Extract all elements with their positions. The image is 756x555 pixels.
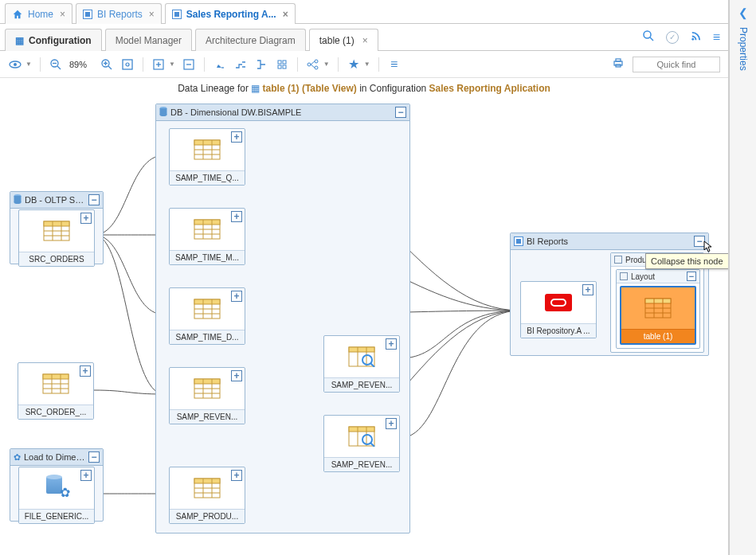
diagram-toolbar: ▼ 89% ▼ [0,51,728,78]
node-samp-reven-view1[interactable]: + SAMP_REVEN... [323,335,400,393]
sub-tab-row: ▦ Configuration Model Manager Architectu… [0,24,728,51]
tooltip: Collapse this node [645,253,728,269]
collapse-button[interactable]: − [694,236,705,247]
zoom-level: 89% [69,60,93,69]
gear-icon: ✿ [14,452,21,463]
properties-panel[interactable]: ❮ Properties [729,0,756,555]
expand-button[interactable]: + [231,211,242,222]
node-label: SAMP_REVEN... [324,377,399,392]
node-bi-repository[interactable]: + BI Repository.A ... [520,281,597,338]
etl-icon: ✿ [43,476,70,500]
layout-icon[interactable] [306,57,320,72]
expand-button[interactable]: + [231,470,242,481]
subtab-label: Configuration [29,35,92,46]
collapse-button[interactable]: − [395,107,406,118]
svg-point-13 [126,63,129,66]
svg-point-0 [644,31,651,38]
dropdown-icon[interactable]: ▼ [25,61,32,68]
subtab-architecture[interactable]: Architecture Diagram [195,29,306,51]
expand-all-icon[interactable] [275,57,289,72]
node-samp-produ[interactable]: + SAMP_PRODU... [169,467,245,524]
dropdown-icon[interactable]: ▼ [169,61,175,68]
add-icon[interactable] [151,57,166,72]
svg-line-1 [650,37,653,41]
group-title: DB - Dimensional DW.BISAMPLE [170,107,392,117]
svg-rect-87 [349,427,374,432]
lineage-config-link[interactable]: Sales Reporting Aplication [429,83,550,94]
dropdown-icon[interactable]: ▼ [364,61,370,68]
table-icon [194,139,221,160]
svg-point-24 [307,63,311,66]
svg-line-28 [311,64,315,68]
lineage-icon[interactable] [233,57,248,72]
svg-rect-20 [278,61,281,64]
expand-button[interactable]: + [386,338,397,350]
expand-button[interactable]: + [582,284,593,295]
node-src-orders[interactable]: + SRC_ORDERS [18,209,95,267]
table-icon [194,478,221,498]
oracle-icon [545,294,572,311]
node-label: FILE_GENERIC... [19,509,94,523]
highlight-icon[interactable] [213,57,227,72]
close-icon[interactable]: × [60,9,65,20]
node-src-order[interactable]: + SRC_ORDER_... [18,362,94,420]
remove-icon[interactable] [182,57,196,72]
zoom-out-icon[interactable] [49,57,63,72]
group-title: Load to Dimen... [24,452,85,462]
group-dimensional: DB - Dimensional DW.BISAMPLE − + SAMP_TI… [155,104,410,534]
tab-bi-reports[interactable]: BI Reports × [76,3,162,24]
node-samp-time-d[interactable]: + SAMP_TIME_D... [169,287,245,345]
list-icon[interactable]: ≡ [387,57,402,72]
tab-sales-reporting[interactable]: Sales Reporting A... × [165,3,296,24]
menu-icon[interactable]: ≡ [713,30,720,45]
subtab-model-manager[interactable]: Model Manager [105,29,192,51]
validate-icon[interactable]: ✓ [666,31,679,44]
diagram-canvas[interactable]: DB - OLTP So... − + SRC_ORDERS + SRC_ [0,96,728,555]
node-label: SRC_ORDERS [19,252,94,266]
star-icon[interactable]: ★ [347,57,361,72]
quick-find-input[interactable] [633,57,720,72]
rss-icon[interactable] [690,30,702,45]
expand-button[interactable]: + [231,131,242,143]
table-icon [42,373,69,394]
collapse-button[interactable]: − [88,194,100,205]
app-icon [514,236,523,246]
node-samp-reven-view2[interactable]: + SAMP_REVEN... [323,415,400,472]
lineage-object-link[interactable]: table (1) (Table View) [263,83,357,94]
eye-icon[interactable] [8,57,22,72]
close-icon[interactable]: × [149,9,155,20]
node-samp-time-q[interactable]: + SAMP_TIME_Q... [169,128,245,186]
subtab-label: Architecture Diagram [206,35,296,46]
node-samp-reven[interactable]: + SAMP_REVEN... [169,367,245,424]
node-file-generic[interactable]: + ✿ FILE_GENERIC... [18,467,95,524]
table-icon [194,219,221,240]
subtab-configuration[interactable]: ▦ Configuration [5,29,102,51]
impact-icon[interactable] [254,57,268,72]
tab-home[interactable]: Home × [5,3,72,24]
subtab-table1[interactable]: table (1) × [309,29,378,51]
zoom-in-icon[interactable] [100,57,114,72]
node-table-1[interactable]: table (1) [620,286,696,345]
chevron-left-icon[interactable]: ❮ [738,6,748,19]
tab-label: Home [28,9,53,20]
properties-label[interactable]: Properties [738,27,749,71]
dropdown-icon[interactable]: ▼ [323,61,330,68]
close-icon[interactable]: × [283,9,288,20]
expand-button[interactable]: + [231,291,242,302]
expand-button[interactable]: + [80,470,92,481]
expand-button[interactable]: + [80,213,92,224]
tab-label: BI Reports [97,9,143,20]
expand-button[interactable]: + [231,370,242,381]
table-icon [194,378,221,399]
expand-button[interactable]: + [386,418,397,429]
search-icon[interactable] [642,29,655,45]
close-icon[interactable]: × [362,35,368,46]
view-icon [348,426,375,447]
collapse-button[interactable]: − [88,451,100,463]
expand-button[interactable]: + [80,365,91,377]
report-icon [614,256,622,264]
fit-icon[interactable] [120,57,135,72]
node-samp-time-m[interactable]: + SAMP_TIME_M... [169,208,245,265]
print-icon[interactable] [612,57,625,72]
collapse-button[interactable]: − [687,272,696,281]
